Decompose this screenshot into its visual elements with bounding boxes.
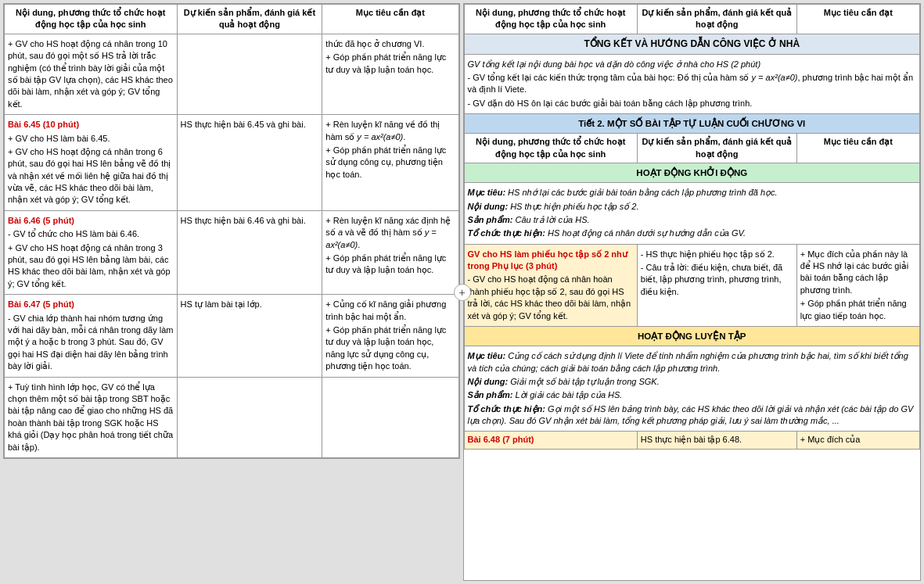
extra-col3 bbox=[322, 377, 458, 457]
bai646-row: Bài 6.46 (5 phút) - GV tổ chức cho HS là… bbox=[5, 210, 459, 294]
bai646-title: Bài 6.46 (5 phút) bbox=[8, 215, 174, 227]
right-col1-header: Nội dung, phương thức tổ chức hoạt động … bbox=[464, 5, 637, 34]
tiet2-section-header: Tiết 2. MỘT SỐ BÀI TẬP TỰ LUẬN CUỐI CHƯƠ… bbox=[464, 114, 920, 134]
luyen-tap-header-row: HOẠT ĐỘNG LUYỆN TẬP bbox=[464, 327, 920, 346]
extra-col2 bbox=[177, 377, 322, 457]
left-panel: Nội dung, phương thức tổ chức hoạt động … bbox=[3, 3, 460, 581]
extra-row: + Tuỳ tình hình lớp học, GV có thể lựa c… bbox=[5, 377, 459, 457]
row1-col3: thức đã học ở chương VI. + Góp phần phát… bbox=[322, 34, 458, 114]
tongket-section-header: TỔNG KẾT VÀ HƯỚNG DẪN CÔNG VIỆC Ở NHÀ bbox=[464, 34, 920, 54]
khoidong-section-header: HOẠT ĐỘNG KHỞI ĐỘNG bbox=[464, 163, 920, 183]
khoidong-content: Mục tiêu: HS nhớ lại các bước giải bài t… bbox=[464, 183, 920, 245]
bai647-col3: + Củng cố kĩ năng giải phương trình bậc … bbox=[322, 295, 458, 377]
phieu-col2: - HS thực hiện phiếu học tập số 2. - Câu… bbox=[637, 244, 796, 326]
bai648-col2: HS thực hiện bài tập 6.48. bbox=[637, 432, 796, 449]
bai648-title: Bài 6.48 (7 phút) bbox=[468, 435, 534, 444]
tongket-content-row: GV tổng kết lại nội dung bài học và dặn … bbox=[464, 54, 920, 114]
bai646-col1: Bài 6.46 (5 phút) - GV tổ chức cho HS là… bbox=[5, 210, 178, 294]
left-table: Nội dung, phương thức tổ chức hoạt động … bbox=[4, 4, 459, 458]
tongket-header-row: TỔNG KẾT VÀ HƯỚNG DẪN CÔNG VIỆC Ở NHÀ bbox=[464, 34, 920, 54]
luyen-tap-section-header: HOẠT ĐỘNG LUYỆN TẬP bbox=[464, 327, 920, 346]
add-column-button[interactable]: + bbox=[454, 284, 471, 301]
bai645-title: Bài 6.45 (10 phút) bbox=[8, 119, 174, 131]
bai648-col3: + Mục đích của bbox=[796, 432, 919, 449]
right-top-table: Nội dung, phương thức tổ chức hoạt động … bbox=[464, 4, 921, 450]
left-col2-header: Dự kiến sản phẩm, đánh giá kết quả hoạt … bbox=[177, 5, 322, 34]
row1-col2 bbox=[177, 34, 322, 114]
phieu-col3: + Mục đích của phần này là để HS nhớ lại… bbox=[796, 244, 919, 326]
right-col2-header: Dự kiến sản phẩm, đánh giá kết quả hoạt … bbox=[637, 5, 796, 34]
bai648-row: Bài 6.48 (7 phút) HS thực hiện bài tập 6… bbox=[464, 432, 920, 449]
right-panel: Nội dung, phương thức tổ chức hoạt động … bbox=[463, 3, 922, 581]
phieu-hoc-tap-row: GV cho HS làm phiếu học tập số 2 như tro… bbox=[464, 244, 920, 326]
bai645-row: Bài 6.45 (10 phút) + GV cho HS làm bài 6… bbox=[5, 115, 459, 211]
khoidong-header-row: HOẠT ĐỘNG KHỞI ĐỘNG bbox=[464, 163, 920, 183]
bai645-col2: HS thực hiện bài 6.45 và ghi bài. bbox=[177, 115, 322, 211]
bai647-col2: HS tự làm bài tại lớp. bbox=[177, 295, 322, 377]
right-col3-header: Mục tiêu cần đạt bbox=[796, 5, 919, 34]
tiet2-header-row: Tiết 2. MỘT SỐ BÀI TẬP TỰ LUẬN CUỐI CHƯƠ… bbox=[464, 114, 920, 134]
bai647-row: Bài 6.47 (5 phút) - GV chia lớp thành ha… bbox=[5, 295, 459, 377]
bai646-col2: HS thực hiện bài 6.46 và ghi bài. bbox=[177, 210, 322, 294]
bai645-col1: Bài 6.45 (10 phút) + GV cho HS làm bài 6… bbox=[5, 115, 178, 211]
left-col3-header: Mục tiêu cần đạt bbox=[322, 5, 458, 34]
table-row: + GV cho HS hoạt động cá nhân trong 10 p… bbox=[5, 34, 459, 114]
row1-col1: + GV cho HS hoạt động cá nhân trong 10 p… bbox=[5, 34, 178, 114]
bai645-col3: + Rèn luyện kĩ năng về đồ thị hàm số y =… bbox=[322, 115, 458, 211]
tongket-content: GV tổng kết lại nội dung bài học và dặn … bbox=[464, 54, 920, 114]
bai647-title: Bài 6.47 (5 phút) bbox=[8, 299, 174, 310]
extra-col1: + Tuỳ tình hình lớp học, GV có thể lựa c… bbox=[5, 377, 178, 457]
tiet2-col3-header: Mục tiêu cần đạt bbox=[796, 134, 919, 163]
phieu-col1: GV cho HS làm phiếu học tập số 2 như tro… bbox=[464, 244, 637, 326]
tiet2-col1-header: Nội dung, phương thức tổ chức hoạt động … bbox=[464, 134, 637, 163]
bai646-col3: + Rèn luyện kĩ năng xác định hệ số a và … bbox=[322, 210, 458, 294]
bai648-col1: Bài 6.48 (7 phút) bbox=[464, 432, 637, 449]
tiet2-sub-headers: Nội dung, phương thức tổ chức hoạt động … bbox=[464, 134, 920, 163]
tiet2-col2-header: Dự kiến sản phẩm, đánh giá kết quả hoạt … bbox=[637, 134, 796, 163]
bai647-col1: Bài 6.47 (5 phút) - GV chia lớp thành ha… bbox=[5, 295, 178, 377]
luyen-tap-content: Mục tiêu: Củng cố cách sử dụng định lí V… bbox=[464, 346, 920, 432]
luyen-tap-content-row: Mục tiêu: Củng cố cách sử dụng định lí V… bbox=[464, 346, 920, 432]
left-col1-header: Nội dung, phương thức tổ chức hoạt động … bbox=[5, 5, 178, 34]
left-table-panel: Nội dung, phương thức tổ chức hoạt động … bbox=[3, 3, 460, 459]
khoidong-content-row: Mục tiêu: HS nhớ lại các bước giải bài t… bbox=[464, 183, 920, 245]
